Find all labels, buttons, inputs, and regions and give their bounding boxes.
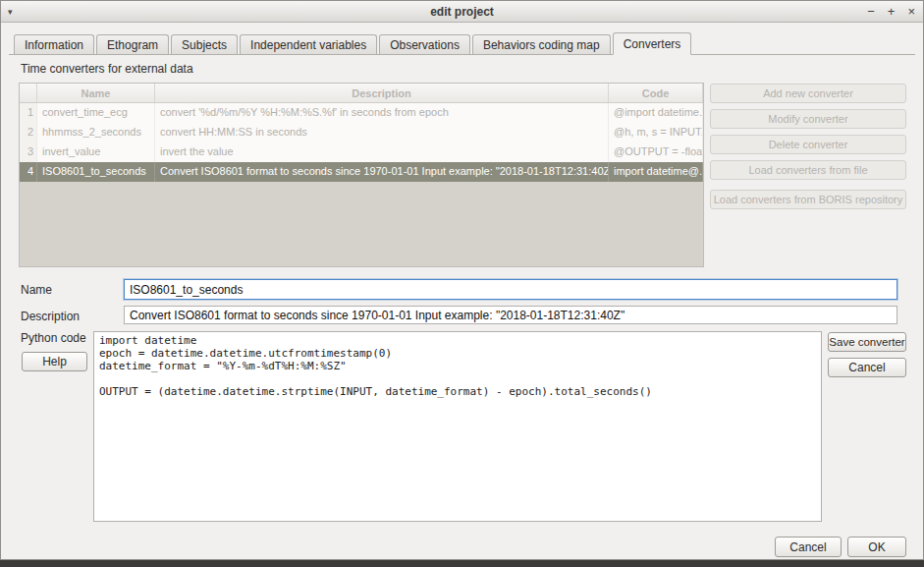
table-row[interactable]: 2 hhmmss_2_seconds convert HH:MM:SS in s… bbox=[20, 123, 703, 142]
python-code-text[interactable]: import datetime epoch = datetime.datetim… bbox=[94, 332, 821, 400]
header-description: Description bbox=[155, 84, 609, 102]
tab-subjects[interactable]: Subjects bbox=[171, 34, 238, 54]
window-controls: − + × bbox=[867, 1, 915, 23]
tab-behaviors-coding-map[interactable]: Behaviors coding map bbox=[472, 34, 611, 54]
tab-converters[interactable]: Converters bbox=[613, 32, 692, 55]
table-header: Name Description Code bbox=[20, 84, 703, 103]
screen: ▾ edit project − + × Information Ethogra… bbox=[0, 0, 924, 567]
table-row-selected[interactable]: 4 ISO8601_to_seconds Convert ISO8601 for… bbox=[20, 162, 703, 182]
minimize-icon[interactable]: − bbox=[867, 1, 875, 23]
maximize-icon[interactable]: + bbox=[888, 1, 896, 23]
load-converters-from-repository-button[interactable]: Load converters from BORIS repository bbox=[710, 190, 906, 209]
tab-observations[interactable]: Observations bbox=[379, 34, 470, 54]
converter-code-cell[interactable]: @h, m, s = INPUT.s... bbox=[609, 123, 703, 142]
name-input[interactable] bbox=[124, 279, 897, 300]
converter-code-cell[interactable]: @import datetime... bbox=[609, 103, 703, 123]
python-code-editor[interactable]: import datetime epoch = datetime.datetim… bbox=[93, 331, 822, 522]
name-label: Name bbox=[21, 283, 52, 297]
close-icon[interactable]: × bbox=[907, 1, 915, 23]
tab-bar: Information Ethogram Subjects Independen… bbox=[9, 32, 915, 55]
delete-converter-button[interactable]: Delete converter bbox=[710, 135, 906, 154]
tab-information[interactable]: Information bbox=[14, 34, 94, 54]
description-input[interactable] bbox=[124, 306, 897, 324]
load-converters-from-file-button[interactable]: Load converters from file bbox=[710, 160, 906, 180]
converter-description-cell[interactable]: invert the value bbox=[155, 142, 609, 162]
converter-code-cell[interactable]: @OUTPUT = -float(... bbox=[609, 142, 703, 162]
ok-button[interactable]: OK bbox=[847, 537, 906, 557]
add-new-converter-button[interactable]: Add new converter bbox=[710, 84, 906, 103]
modify-converter-button[interactable]: Modify converter bbox=[710, 109, 906, 129]
converter-name-cell[interactable]: convert_time_ecg bbox=[37, 103, 155, 123]
converters-table[interactable]: Name Description Code 1 convert_time_ecg… bbox=[19, 83, 704, 267]
window-title: edit project bbox=[1, 1, 923, 23]
converter-name-cell[interactable]: ISO8601_to_seconds bbox=[37, 162, 155, 182]
converter-code-cell[interactable]: import datetime@... bbox=[609, 162, 703, 182]
row-number: 1 bbox=[20, 103, 37, 123]
help-button[interactable]: Help bbox=[22, 352, 87, 371]
table-row[interactable]: 1 convert_time_ecg convert '%d/%m/%Y %H:… bbox=[20, 103, 703, 123]
converter-description-cell[interactable]: convert '%d/%m/%Y %H:%M:%S.%f' in second… bbox=[155, 103, 609, 123]
converter-name-cell[interactable]: hhmmss_2_seconds bbox=[37, 123, 155, 142]
python-code-label: Python code bbox=[21, 331, 86, 345]
row-number: 4 bbox=[20, 162, 37, 182]
header-name: Name bbox=[37, 84, 155, 102]
bottom-panel-strip bbox=[0, 560, 924, 567]
cancel-converter-button[interactable]: Cancel bbox=[828, 358, 906, 377]
converter-description-cell[interactable]: Convert ISO8601 format to seconds since … bbox=[155, 162, 609, 182]
row-number: 3 bbox=[20, 142, 37, 162]
tab-independent-variables[interactable]: Independent variables bbox=[240, 34, 377, 54]
titlebar[interactable]: ▾ edit project − + × bbox=[1, 1, 923, 23]
row-number: 2 bbox=[20, 123, 37, 142]
tab-ethogram[interactable]: Ethogram bbox=[96, 34, 169, 54]
converter-name-cell[interactable]: invert_value bbox=[37, 142, 155, 162]
header-gutter bbox=[20, 84, 37, 102]
table-row[interactable]: 3 invert_value invert the value @OUTPUT … bbox=[20, 142, 703, 162]
edit-project-window: ▾ edit project − + × Information Ethogra… bbox=[0, 0, 924, 560]
converter-description-cell[interactable]: convert HH:MM:SS in seconds bbox=[155, 123, 609, 142]
save-converter-button[interactable]: Save converter bbox=[828, 332, 906, 352]
section-label: Time converters for external data bbox=[21, 62, 193, 76]
description-label: Description bbox=[21, 310, 80, 323]
cancel-button[interactable]: Cancel bbox=[775, 537, 842, 557]
header-code: Code bbox=[609, 84, 703, 102]
